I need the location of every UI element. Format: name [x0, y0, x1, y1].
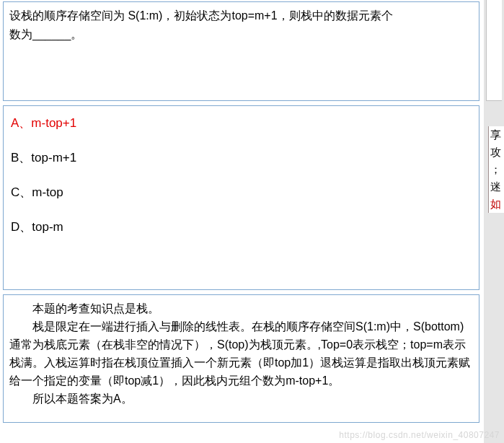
explanation-box: 本题的考查知识点是栈。 栈是限定在一端进行插入与删除的线性表。在栈的顺序存储空间… — [3, 294, 479, 423]
question-box: 设栈的顺序存储空间为 S(1:m)，初始状态为top=m+1，则栈中的数据元素个… — [3, 1, 479, 101]
explanation-p1: 本题的考查知识点是栈。 — [9, 299, 473, 317]
right-cut-text: 享 攻 ； 迷 如 — [488, 126, 504, 213]
option-d: D、top-m — [11, 219, 472, 279]
options-box: A、m-top+1 B、top-m+1 C、m-top D、top-m — [3, 105, 479, 290]
explanation-p2: 栈是限定在一端进行插入与删除的线性表。在栈的顺序存储空间S(1:m)中，S(bo… — [9, 317, 473, 390]
side-text-5: 如 — [489, 196, 504, 213]
side-text-3: ； — [489, 161, 504, 178]
question-line-1: 设栈的顺序存储空间为 S(1:m)，初始状态为top=m+1，则栈中的数据元素个 — [9, 6, 473, 25]
side-text-4: 迷 — [489, 178, 504, 196]
option-a: A、m-top+1 — [11, 115, 472, 149]
explanation-p3: 所以本题答案为A。 — [9, 390, 473, 408]
watermark: https://blog.csdn.net/weixin_40807247 — [339, 430, 500, 440]
right-inner-panel — [486, 0, 502, 101]
option-b: B、top-m+1 — [11, 149, 472, 184]
question-line-2: 数为______。 — [9, 25, 473, 44]
option-c: C、m-top — [11, 184, 472, 219]
side-text-2: 攻 — [489, 144, 504, 161]
right-strip: 享 攻 ； 迷 如 — [484, 0, 504, 443]
side-text-1: 享 — [489, 126, 504, 144]
